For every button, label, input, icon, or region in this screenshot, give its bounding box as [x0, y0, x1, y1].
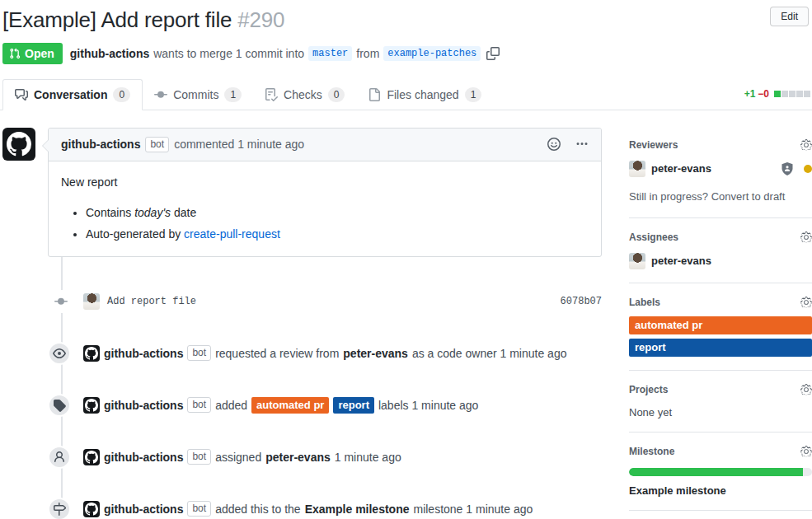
assignee-name[interactable]: peter-evans: [651, 255, 711, 267]
merge-text: wants to merge 1 commit into: [153, 47, 304, 60]
octocat-icon: [85, 503, 98, 516]
avatar[interactable]: [83, 397, 100, 414]
bot-badge: bot: [187, 501, 211, 517]
gear-icon[interactable]: [800, 297, 812, 308]
tab-commits-count: 1: [224, 87, 242, 102]
gear-icon[interactable]: [800, 446, 812, 457]
tab-files-count: 1: [465, 87, 482, 102]
event-text: assigned: [215, 449, 261, 465]
kebab-icon[interactable]: [575, 138, 589, 151]
tab-conversation-count: 0: [113, 87, 130, 102]
pr-tab-bar: Conversation 0 Commits 1 Checks 0 Files …: [0, 79, 812, 110]
comment-meta: commented 1 minute ago: [174, 137, 304, 152]
tab-files-label: Files changed: [387, 88, 458, 101]
avatar[interactable]: [83, 449, 100, 465]
event-labels-added: github-actions bot added automated pr re…: [2, 394, 602, 417]
sidebar-label-report[interactable]: report: [629, 339, 812, 357]
from-text: from: [356, 47, 379, 60]
sidebar-label-automated-pr[interactable]: automated pr: [629, 316, 812, 334]
create-pull-request-link[interactable]: create-pull-request: [184, 227, 280, 241]
event-actor[interactable]: github-actions: [104, 449, 183, 465]
milestone-progress-bar: [629, 468, 812, 476]
smiley-icon[interactable]: [547, 138, 561, 151]
tab-files-changed[interactable]: Files changed 1: [356, 80, 493, 110]
label-chip-report[interactable]: report: [333, 397, 374, 414]
sidebar-section-milestone: Milestone Example milestone: [629, 432, 812, 511]
pr-meta-row: Open github-actions wants to merge 1 com…: [2, 43, 809, 64]
reviewer-avatar[interactable]: [629, 161, 645, 177]
event-text: added this to the: [215, 501, 301, 517]
file-diff-icon: [368, 88, 381, 101]
edit-button[interactable]: Edit: [770, 7, 809, 26]
copy-branch-icon[interactable]: [486, 47, 500, 60]
bot-badge: bot: [187, 345, 211, 361]
diffstat-block: [781, 91, 788, 97]
gear-icon[interactable]: [800, 231, 812, 243]
bullet2-pre: Auto-generated by: [86, 227, 184, 241]
event-target-milestone[interactable]: Example milestone: [305, 501, 410, 517]
gear-icon[interactable]: [800, 139, 812, 151]
state-badge: Open: [2, 43, 63, 64]
pr-header: [Example] Add report file #290 Edit Open…: [0, 0, 812, 64]
event-text: labels 1 minute ago: [378, 397, 478, 414]
bullet1-pre: Contains: [86, 206, 134, 219]
timeline: github-actions bot commented 1 minute ag…: [2, 128, 602, 519]
event-text: requested a review from: [215, 345, 339, 362]
git-pull-request-icon: [9, 48, 21, 59]
person-icon: [48, 446, 71, 469]
comment-discussion-icon: [15, 88, 28, 101]
convert-to-draft-hint: Still in progress? Convert to draft: [629, 189, 812, 204]
event-target-user[interactable]: peter-evans: [343, 345, 408, 362]
avatar[interactable]: [83, 345, 100, 362]
convert-to-draft-link[interactable]: Convert to draft: [711, 190, 786, 203]
labels-heading: Labels: [629, 297, 660, 308]
commit-message[interactable]: Add report file: [107, 296, 196, 307]
tab-checks-count: 0: [328, 87, 345, 102]
milestone-heading: Milestone: [629, 446, 674, 457]
pr-author[interactable]: github-actions: [70, 47, 149, 60]
bot-badge: bot: [187, 397, 211, 413]
diffstat-block: [774, 91, 781, 97]
assignee-avatar[interactable]: [629, 253, 645, 269]
label-chip-automated-pr[interactable]: automated pr: [251, 397, 329, 414]
event-actor[interactable]: github-actions: [104, 397, 183, 414]
eye-icon: [48, 342, 71, 365]
gear-icon[interactable]: [800, 384, 812, 395]
git-commit-icon: [154, 88, 167, 101]
reviewer-row: peter-evans: [629, 161, 812, 177]
tab-commits[interactable]: Commits 1: [143, 80, 253, 110]
octocat-icon: [7, 132, 31, 157]
commit-row: Add report file 6078b07: [54, 290, 602, 313]
pr-number: #290: [237, 7, 284, 32]
comment-header: github-actions bot commented 1 minute ag…: [49, 129, 601, 161]
event-target-user[interactable]: peter-evans: [265, 449, 331, 465]
event-text: 1 minute ago: [335, 449, 401, 465]
bullet1-post: date: [171, 206, 196, 219]
merge-summary: github-actions wants to merge 1 commit i…: [70, 46, 500, 61]
shield-icon[interactable]: [781, 162, 794, 175]
diffstat-deletions: −0: [758, 88, 769, 100]
tab-conversation[interactable]: Conversation 0: [2, 79, 143, 110]
assignees-heading: Assignees: [629, 231, 678, 243]
tab-checks[interactable]: Checks 0: [253, 80, 356, 110]
committer-avatar[interactable]: [83, 293, 100, 310]
projects-empty-text: None yet: [629, 406, 812, 418]
avatar[interactable]: [2, 128, 35, 161]
commit-sha[interactable]: 6078b07: [561, 296, 602, 307]
avatar[interactable]: [83, 501, 100, 517]
comment-bullet-2: Auto-generated by create-pull-request: [86, 226, 589, 243]
pr-title-text: [Example] Add report file: [2, 7, 232, 32]
event-actor[interactable]: github-actions: [104, 345, 183, 362]
projects-heading: Projects: [629, 384, 668, 395]
head-branch-label[interactable]: example-patches: [383, 46, 481, 61]
event-actor[interactable]: github-actions: [104, 501, 183, 517]
event-text: milestone 1 minute ago: [413, 501, 533, 517]
assignee-row: peter-evans: [629, 253, 812, 269]
comment-bullet-1: Contains today's date: [86, 204, 589, 222]
comment-author[interactable]: github-actions: [61, 137, 140, 152]
base-branch-label[interactable]: master: [308, 46, 352, 61]
bullet1-emphasis: today's: [134, 206, 171, 219]
reviewer-name[interactable]: peter-evans: [651, 162, 711, 175]
milestone-name[interactable]: Example milestone: [629, 484, 812, 497]
octocat-icon: [85, 347, 98, 360]
